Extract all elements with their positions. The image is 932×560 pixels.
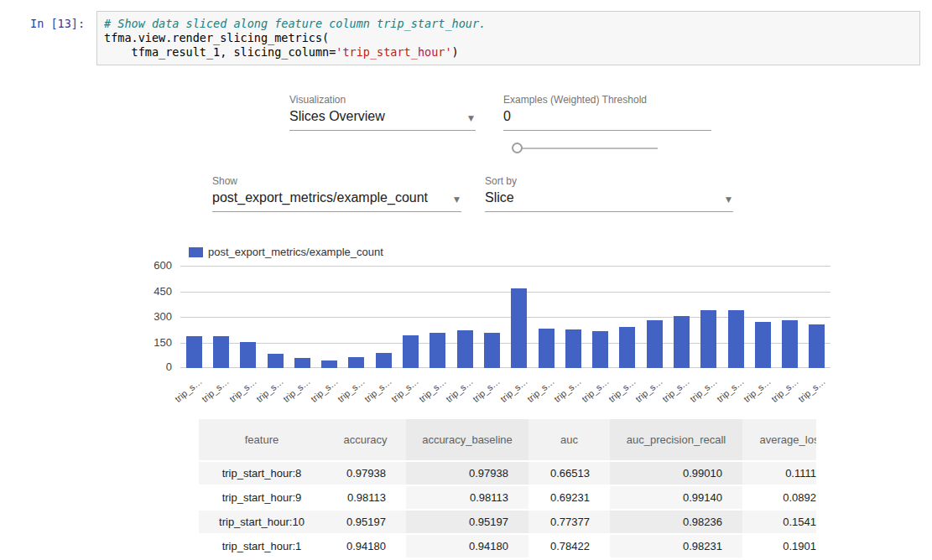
bar[interactable] <box>321 360 337 368</box>
metric-cell: 0.0892 <box>742 485 816 510</box>
bar[interactable] <box>186 336 202 368</box>
bar[interactable] <box>755 322 771 368</box>
column-header[interactable]: auc_precision_recall <box>610 419 742 461</box>
bar-slot <box>343 357 370 368</box>
bar[interactable] <box>511 288 527 368</box>
bar-slot <box>695 310 722 368</box>
table-header-row: featureaccuracyaccuracy_baselineaucauc_p… <box>199 419 816 461</box>
bar-slot <box>424 333 451 368</box>
code-comment: # Show data sliced along feature column … <box>104 17 486 30</box>
metric-cell: 0.77377 <box>528 510 610 534</box>
table-body: trip_start_hour:80.979380.979380.665130.… <box>199 461 816 558</box>
metric-cell: 0.97938 <box>325 461 406 485</box>
bar-slot <box>749 322 776 368</box>
chevron-down-icon: ▼ <box>454 195 460 204</box>
bar-slot <box>235 342 262 368</box>
bar[interactable] <box>376 353 392 368</box>
metric-cell: 0.95197 <box>325 510 406 534</box>
bar[interactable] <box>240 342 256 368</box>
x-axis-tick-label: trip_s… <box>775 376 826 421</box>
threshold-slider-track[interactable] <box>517 148 658 149</box>
bar-slot <box>804 324 830 368</box>
bar[interactable] <box>674 316 690 368</box>
show-label: Show <box>212 175 237 187</box>
bar-slot <box>586 331 613 368</box>
bar[interactable] <box>430 333 445 368</box>
bar[interactable] <box>539 329 555 368</box>
metric-cell: 0.1901 <box>742 534 816 558</box>
legend-swatch <box>189 247 203 257</box>
y-axis-tick-label: 600 <box>126 259 172 272</box>
bar-slot <box>777 320 804 368</box>
bar[interactable] <box>213 336 229 368</box>
bar[interactable] <box>403 335 419 368</box>
bar[interactable] <box>268 354 284 368</box>
metrics-table: featureaccuracyaccuracy_baselineaucauc_p… <box>199 419 816 559</box>
bar-slot <box>641 320 668 368</box>
metric-cell: 0.1111 <box>742 461 816 485</box>
y-axis-tick-label: 150 <box>126 336 172 349</box>
bar-slot <box>668 316 695 368</box>
bar-slot <box>722 310 749 368</box>
code-cell[interactable]: # Show data sliced along feature column … <box>96 11 920 65</box>
bar[interactable] <box>592 331 608 368</box>
show-metric-dropdown[interactable]: post_export_metrics/example_count ▼ <box>212 190 461 212</box>
threshold-input[interactable]: 0 <box>503 109 711 131</box>
code-line-2: tfma.view.render_slicing_metrics( <box>104 31 329 44</box>
bar-chart-plot <box>180 266 830 368</box>
metric-cell: 0.98231 <box>610 534 742 558</box>
bar-slot <box>397 335 424 368</box>
sort-by-dropdown[interactable]: Slice ▼ <box>485 190 733 212</box>
bar[interactable] <box>782 320 798 368</box>
legend-label: post_export_metrics/example_count <box>208 246 383 258</box>
cell-prompt: In [13]: <box>30 17 85 30</box>
metric-cell: 0.99010 <box>610 461 742 485</box>
y-axis-tick-label: 0 <box>126 360 172 373</box>
chevron-down-icon: ▼ <box>726 195 732 204</box>
code-line-3-pre: tfma_result_1, slicing_column= <box>104 45 336 59</box>
x-axis-labels: trip_s…trip_s…trip_s…trip_s…trip_s…trip_… <box>180 368 830 402</box>
metric-cell: 0.1541 <box>742 510 816 534</box>
column-header[interactable]: accuracy_baseline <box>406 419 528 461</box>
metric-cell: 0.78422 <box>528 534 610 558</box>
bar[interactable] <box>619 327 635 368</box>
sort-by-label: Sort by <box>485 175 517 187</box>
bar[interactable] <box>809 324 825 368</box>
bar-slot <box>180 336 207 368</box>
bar[interactable] <box>294 358 310 368</box>
bar-slot <box>560 329 586 368</box>
bar[interactable] <box>565 329 581 368</box>
metric-cell: 0.95197 <box>406 510 528 534</box>
metric-cell: 0.97938 <box>406 461 528 485</box>
bar-slot <box>207 336 234 368</box>
metric-cell: 0.99140 <box>610 485 742 510</box>
column-header[interactable]: accuracy <box>325 419 406 461</box>
metric-cell: 0.98236 <box>610 510 742 534</box>
bar[interactable] <box>457 330 473 368</box>
metric-cell: 0.98113 <box>325 485 406 510</box>
bar-slot <box>262 354 289 368</box>
bar-slot <box>614 327 641 368</box>
visualization-dropdown[interactable]: Slices Overview ▼ <box>289 109 476 131</box>
table-row[interactable]: trip_start_hour:90.981130.981130.692310.… <box>199 485 816 510</box>
table-row[interactable]: trip_start_hour:80.979380.979380.665130.… <box>199 461 816 485</box>
bar[interactable] <box>348 357 364 368</box>
threshold-label: Examples (Weighted) Threshold <box>503 94 647 106</box>
feature-cell: trip_start_hour:9 <box>199 485 325 510</box>
bar-slot <box>370 353 397 368</box>
bars <box>180 266 830 368</box>
threshold-slider-thumb[interactable] <box>512 143 523 153</box>
table-row[interactable]: trip_start_hour:10.941800.941800.784220.… <box>199 534 816 558</box>
bar[interactable] <box>647 320 663 368</box>
chevron-down-icon: ▼ <box>468 114 474 122</box>
bar[interactable] <box>728 310 744 368</box>
table-row[interactable]: trip_start_hour:100.951970.951970.773770… <box>199 510 816 534</box>
bar-slot <box>506 288 533 368</box>
bar[interactable] <box>484 333 500 368</box>
column-header[interactable]: average_los <box>742 419 816 461</box>
feature-cell: trip_start_hour:8 <box>199 461 325 485</box>
bar[interactable] <box>700 310 716 368</box>
column-header[interactable]: feature <box>199 419 325 461</box>
column-header[interactable]: auc <box>528 419 610 461</box>
y-axis-tick-label: 300 <box>126 310 172 323</box>
